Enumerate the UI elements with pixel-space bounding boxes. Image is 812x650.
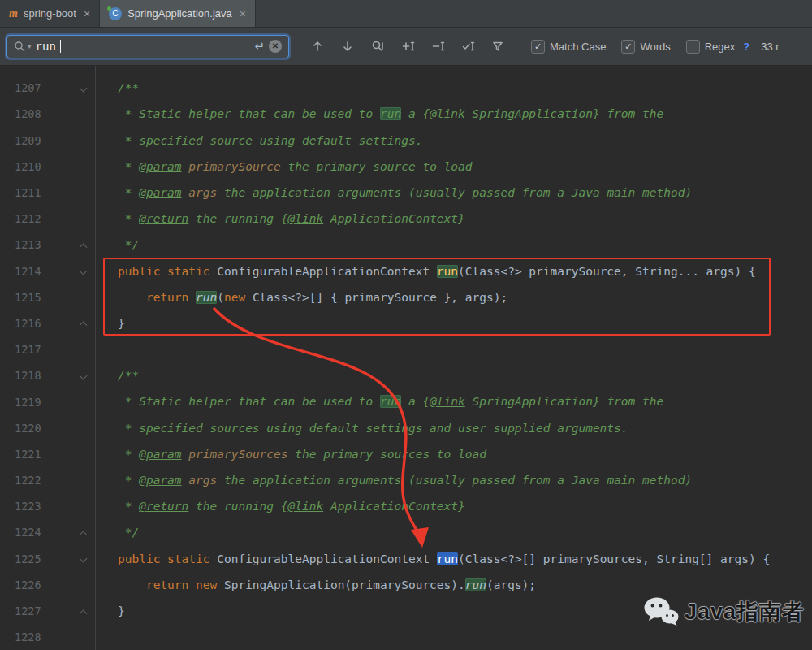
text-caret xyxy=(60,40,61,53)
gutter[interactable]: 1206 xyxy=(0,66,96,75)
remove-selection-button[interactable] xyxy=(425,36,450,57)
code-text[interactable]: return run(new Class<?>[] { primarySourc… xyxy=(96,284,812,310)
gutter[interactable]: 1217 xyxy=(0,336,96,362)
code-text[interactable]: * @return the running {@link Application… xyxy=(96,493,812,519)
option-words[interactable]: ✓Words xyxy=(621,40,670,54)
tab-close-icon[interactable]: × xyxy=(84,8,90,20)
gutter[interactable]: 1212 xyxy=(0,206,96,232)
gutter[interactable]: 1211 xyxy=(0,180,96,206)
code-text[interactable]: * @return the running {@link Application… xyxy=(96,206,812,232)
code-text[interactable]: * @param args the application arguments … xyxy=(96,180,812,206)
gutter[interactable]: 1228 xyxy=(0,624,96,650)
search-history-caret-icon[interactable]: ▾ xyxy=(28,42,32,50)
previous-occurrence-button[interactable] xyxy=(305,36,330,57)
find-all-icon xyxy=(371,40,385,53)
line-number: 1218 xyxy=(0,369,57,382)
option-match-case[interactable]: ✓Match Case xyxy=(531,40,606,54)
tab-label: spring-boot xyxy=(24,7,76,20)
line-number: 1207 xyxy=(0,81,57,94)
code-text[interactable] xyxy=(96,66,812,75)
tab-label: SpringApplication.java xyxy=(127,7,232,20)
gutter[interactable]: 1216 xyxy=(0,310,96,336)
code-text[interactable]: public static ConfigurableApplicationCon… xyxy=(96,546,812,572)
search-icon xyxy=(14,41,25,52)
code-line: 1226 return new SpringApplication(primar… xyxy=(0,572,812,598)
gutter[interactable]: 1208 xyxy=(0,101,96,127)
gutter[interactable]: 1225 xyxy=(0,546,96,572)
gutter[interactable]: 1209 xyxy=(0,128,96,154)
code-line: 1214public static ConfigurableApplicatio… xyxy=(0,258,812,284)
code-text[interactable]: } xyxy=(96,598,812,624)
tab-close-icon[interactable]: × xyxy=(240,8,246,20)
option-label: Regex xyxy=(705,41,736,53)
gutter[interactable]: 1218 xyxy=(0,362,96,388)
gutter[interactable]: 1220 xyxy=(0,415,96,441)
fold-down-icon[interactable] xyxy=(79,371,87,379)
new-line-icon[interactable]: ↵ xyxy=(254,39,265,54)
code-text[interactable] xyxy=(96,624,812,650)
find-all-button[interactable] xyxy=(365,36,390,57)
tab-springapplication-java[interactable]: CSpringApplication.java× xyxy=(100,0,256,27)
code-text[interactable]: */ xyxy=(96,519,812,545)
fold-up-icon[interactable] xyxy=(79,531,87,539)
line-number: 1214 xyxy=(0,265,57,278)
code-line: 1228 xyxy=(0,624,812,650)
fold-down-icon[interactable] xyxy=(79,267,87,275)
line-number: 1224 xyxy=(0,526,57,539)
fold-down-icon[interactable] xyxy=(79,555,87,563)
gutter[interactable]: 1222 xyxy=(0,467,96,493)
gutter[interactable]: 1226 xyxy=(0,572,96,598)
code-text[interactable]: */ xyxy=(96,232,812,258)
checkbox[interactable]: ✓ xyxy=(531,40,545,54)
gutter[interactable]: 1221 xyxy=(0,441,96,467)
gutter[interactable]: 1215 xyxy=(0,284,96,310)
arrow-down-icon xyxy=(341,40,354,53)
code-text[interactable]: * @param args the application arguments … xyxy=(96,467,812,493)
search-input[interactable]: ▾ run ↵ ✕ xyxy=(6,35,289,58)
option-regex[interactable]: Regex xyxy=(686,40,736,54)
code-text[interactable] xyxy=(96,336,812,362)
code-text[interactable]: * @param primarySource the primary sourc… xyxy=(96,154,812,180)
fold-up-icon[interactable] xyxy=(79,609,87,618)
gutter[interactable]: 1207 xyxy=(0,75,96,101)
code-text[interactable]: public static ConfigurableApplicationCon… xyxy=(96,258,812,284)
fold-up-icon[interactable] xyxy=(79,243,87,251)
line-number: 1221 xyxy=(0,448,57,461)
gutter[interactable]: 1227 xyxy=(0,598,96,624)
tab-spring-boot[interactable]: mspring-boot× xyxy=(0,0,100,27)
gutter[interactable]: 1223 xyxy=(0,493,96,519)
code-text[interactable]: * specified source using default setting… xyxy=(96,128,812,154)
fold-down-icon[interactable] xyxy=(79,84,87,92)
select-all-occurrences-button[interactable] xyxy=(456,36,480,57)
line-number: 1216 xyxy=(0,317,57,330)
find-toolbar: ▾ run ↵ ✕ ✓Match Case✓WordsRegex ? 33 r xyxy=(0,28,812,66)
code-text[interactable]: * Static helper that can be used to run … xyxy=(96,388,812,414)
gutter[interactable]: 1219 xyxy=(0,388,96,414)
code-text[interactable]: * Static helper that can be used to run … xyxy=(96,101,812,127)
gutter[interactable]: 1210 xyxy=(0,154,96,180)
checkbox[interactable] xyxy=(686,40,700,54)
next-occurrence-button[interactable] xyxy=(335,36,360,57)
gutter[interactable]: 1224 xyxy=(0,519,96,545)
code-line: 1223 * @return the running {@link Applic… xyxy=(0,493,812,519)
code-text[interactable]: } xyxy=(96,310,812,336)
code-text[interactable]: * specified sources using default settin… xyxy=(96,415,812,441)
code-line: 1209 * specified source using default se… xyxy=(0,128,812,154)
code-text[interactable]: * @param primarySources the primary sour… xyxy=(96,441,812,467)
gutter[interactable]: 1213 xyxy=(0,232,96,258)
clear-search-icon[interactable]: ✕ xyxy=(269,40,282,53)
add-selection-button[interactable] xyxy=(395,36,420,57)
line-number: 1211 xyxy=(0,186,57,199)
code-line: 1220 * specified sources using default s… xyxy=(0,415,812,441)
code-editor[interactable]: 12061207/**1208 * Static helper that can… xyxy=(0,66,812,650)
fold-up-icon[interactable] xyxy=(79,322,87,330)
regex-help-icon[interactable]: ? xyxy=(743,41,749,53)
gutter[interactable]: 1214 xyxy=(0,258,96,284)
checkbox[interactable]: ✓ xyxy=(621,40,635,54)
search-results-count: 33 r xyxy=(761,41,779,53)
filter-button[interactable] xyxy=(486,36,510,57)
code-text[interactable]: /** xyxy=(96,75,812,101)
code-line: 1207/** xyxy=(0,75,812,101)
code-text[interactable]: /** xyxy=(96,362,812,388)
code-text[interactable]: return new SpringApplication(primarySour… xyxy=(96,572,812,598)
